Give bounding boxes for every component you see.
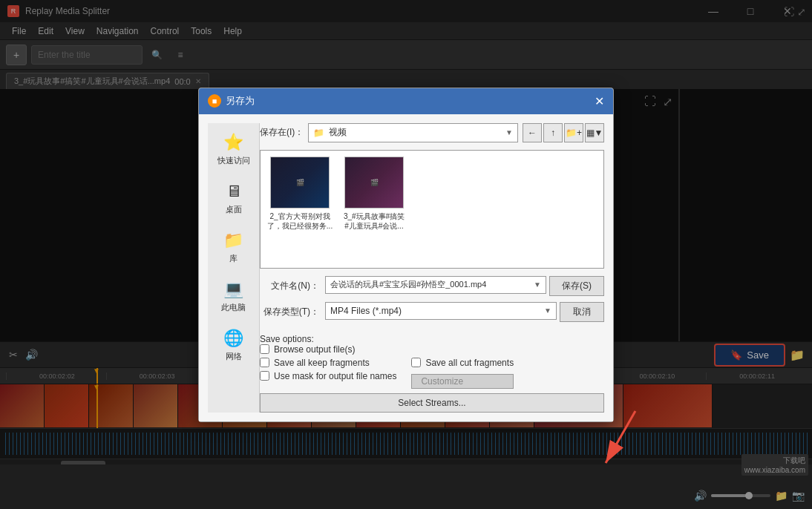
filetype-value: MP4 Files (*.mp4) [330,306,402,316]
save-as-dialog: ■ 另存为 ✕ ⭐ 快速访问 🖥 桌面 📁 [198,88,614,422]
mask-row: Use mask for output file names [260,371,396,381]
filetype-label: 保存类型(T)： [260,306,319,318]
filetype-arrow: ▼ [544,306,551,315]
cut-fragments-label: Save all cut fragments [425,358,514,368]
browse-option-row: Browse output file(s) [260,344,604,355]
right-col: Save all cut fragments Customize [411,358,514,389]
location-combo[interactable]: 📁 视频 ▼ [308,123,518,142]
sidebar-library-label: 库 [229,253,238,264]
save-dialog-button[interactable]: 保存(S) [549,276,604,296]
two-col-options: Save all keep fragments Use mask for out… [260,358,604,389]
filetype-row: 保存类型(T)： MP4 Files (*.mp4) ▼ 取消 [260,302,604,322]
file-browser: 🎬 2_官方大哥别对我了，我已经很努务... 🎬 3_#玩具故事#搞笑 #儿童玩… [260,150,604,269]
cut-fragments-checkbox[interactable] [411,358,421,367]
dialog-main: 保存在(I)： 📁 视频 ▼ ← ↑ 📁+ ▦▼ [260,123,604,413]
sidebar-computer-label: 此电脑 [221,302,246,313]
sidebar-desktop-label: 桌面 [226,204,242,215]
dialog-sidebar: ⭐ 快速访问 🖥 桌面 📁 库 💻 此电脑 [208,123,260,413]
filename-input[interactable]: 会说话的玩具#宝宝乐园#孙悟空_0001.mp4 ▼ [325,276,546,294]
nav-view-button[interactable]: ▦▼ [585,123,604,142]
dialog-title-icon: ■ [208,94,221,108]
file-name-1: 3_#玩具故事#搞笑 #儿童玩具#会说... [341,211,407,231]
nav-new-folder-button[interactable]: 📁+ [564,123,583,142]
location-actions: ← ↑ 📁+ ▦▼ [523,123,604,142]
location-folder-icon: 📁 [313,128,324,138]
mask-label: Use mask for output file names [274,371,396,381]
cut-fragments-row: Save all cut fragments [411,358,514,368]
sidebar-library[interactable]: 📁 库 [219,227,249,267]
filename-input-group: 会说话的玩具#宝宝乐园#孙悟空_0001.mp4 ▼ 保存(S) [325,276,604,296]
sidebar-quick-access-label: 快速访问 [217,155,250,166]
dialog-title-text: 另存为 [226,94,255,108]
filetype-combo[interactable]: MP4 Files (*.mp4) ▼ [325,302,557,320]
dialog-title-left: ■ 另存为 [208,94,255,108]
watermark-text: 下载吧www.xiazaiba.com [744,456,805,474]
network-icon: 🌐 [222,328,246,349]
browse-checkbox[interactable] [260,344,269,354]
sidebar-quick-access[interactable]: ⭐ 快速访问 [215,129,253,169]
filetype-input-group: MP4 Files (*.mp4) ▼ 取消 [325,302,604,322]
dialog-overlay: ■ 另存为 ✕ ⭐ 快速访问 🖥 桌面 📁 [0,0,812,509]
sidebar-desktop[interactable]: 🖥 桌面 [219,178,249,218]
watermark: 下载吧www.xiazaiba.com [741,454,808,476]
mask-checkbox[interactable] [260,371,269,381]
keep-fragments-checkbox[interactable] [260,358,269,367]
location-value: 视频 [329,126,347,139]
file-name-0: 2_官方大哥别对我了，我已经很努务... [266,211,333,231]
options-section: Save options: Browse output file(s) Save… [260,334,604,413]
file-thumb-0: 🎬 [270,157,330,208]
sidebar-computer[interactable]: 💻 此电脑 [218,276,249,316]
sidebar-network-label: 网络 [226,351,242,362]
filename-row: 文件名(N)： 会说话的玩具#宝宝乐园#孙悟空_0001.mp4 ▼ 保存(S) [260,276,604,296]
browse-label: Browse output file(s) [274,344,355,355]
location-combo-arrow: ▼ [505,128,513,137]
nav-back-button[interactable]: ← [523,123,542,142]
computer-icon: 💻 [222,279,246,300]
file-item-1[interactable]: 🎬 3_#玩具故事#搞笑 #儿童玩具#会说... [341,157,407,231]
quick-access-icon: ⭐ [222,132,246,153]
keep-fragments-label: Save all keep fragments [274,358,370,368]
dialog-close-button[interactable]: ✕ [595,94,604,108]
keep-fragments-row: Save all keep fragments [260,358,396,368]
file-thumb-1: 🎬 [344,157,404,208]
file-item-0[interactable]: 🎬 2_官方大哥别对我了，我已经很努务... [266,157,333,231]
select-streams-button[interactable]: Select Streams... [260,393,604,413]
desktop-icon: 🖥 [222,181,246,202]
filename-label: 文件名(N)： [260,280,319,292]
left-col: Save all keep fragments Use mask for out… [260,358,396,389]
library-icon: 📁 [222,230,246,251]
dialog-body: ⭐ 快速访问 🖥 桌面 📁 库 💻 此电脑 [199,114,613,421]
location-label: 保存在(I)： [260,126,304,139]
filename-arrow: ▼ [534,280,541,289]
location-bar: 保存在(I)： 📁 视频 ▼ ← ↑ 📁+ ▦▼ [260,123,604,142]
dialog-title-bar: ■ 另存为 ✕ [199,88,613,114]
options-label: Save options: [260,334,314,344]
cancel-dialog-button[interactable]: 取消 [560,302,604,322]
nav-up-button[interactable]: ↑ [543,123,563,142]
filename-value: 会说话的玩具#宝宝乐园#孙悟空_0001.mp4 [330,279,486,290]
customize-button: Customize [411,374,514,389]
sidebar-network[interactable]: 🌐 网络 [219,325,249,365]
